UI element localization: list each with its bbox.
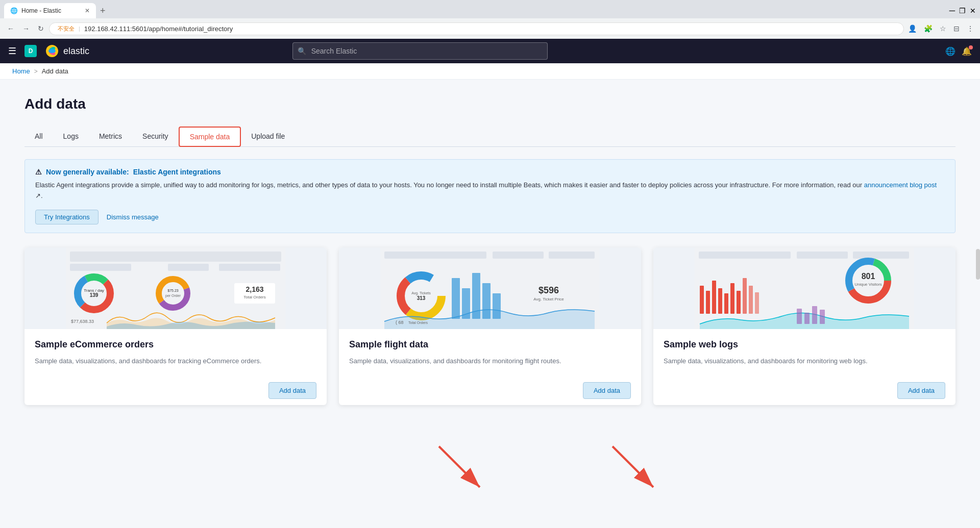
header-right-actions: 🌐 🔔 — [945, 46, 972, 56]
weblogs-card-preview: 801 Unique Visitors — [653, 247, 955, 329]
breadcrumb-current: Add data — [42, 67, 68, 75]
svg-rect-56 — [743, 278, 747, 314]
svg-rect-51 — [712, 281, 716, 314]
tab-upload-file[interactable]: Upload file — [241, 127, 295, 146]
ecommerce-card-title: Sample eCommerce orders — [35, 339, 316, 350]
search-icon: 🔍 — [298, 47, 306, 55]
svg-text:Total Orders: Total Orders — [408, 321, 428, 324]
breadcrumb-home[interactable]: Home — [12, 67, 30, 75]
svg-text:801: 801 — [862, 272, 875, 281]
svg-rect-43 — [853, 252, 909, 259]
scrollbar[interactable] — [976, 249, 980, 280]
svg-text:Avg. Ticket Price: Avg. Ticket Price — [533, 297, 564, 301]
banner-body: Elastic Agent integrations provide a sim… — [35, 180, 945, 202]
weblogs-preview-chart: 801 Unique Visitors — [653, 247, 955, 329]
ecommerce-add-data-button[interactable]: Add data — [268, 382, 316, 399]
tab-logs[interactable]: Logs — [53, 127, 89, 146]
dismiss-message-button[interactable]: Dismiss message — [107, 213, 159, 221]
svg-text:Unique Visitors: Unique Visitors — [854, 282, 882, 287]
notification-bell-button[interactable]: 🔔 — [962, 46, 972, 56]
minimize-button[interactable]: ─ — [949, 6, 955, 15]
globe-icon-button[interactable]: 🌐 — [945, 46, 955, 56]
tab-all[interactable]: All — [24, 127, 53, 146]
weblogs-card: 801 Unique Visitors — [653, 247, 955, 406]
tab-security[interactable]: Security — [132, 127, 179, 146]
address-bar[interactable]: 不安全 | 192.168.42.111:5601/app/home#/tuto… — [49, 22, 904, 35]
sidebar-browser-button[interactable]: ⊟ — [951, 22, 962, 35]
svg-rect-6 — [70, 264, 131, 271]
flight-card-desc: Sample data, visualizations, and dashboa… — [349, 356, 631, 366]
browser-tab-active[interactable]: 🌐 Home - Elastic ✕ — [4, 3, 96, 18]
security-warning: 不安全 — [58, 25, 75, 33]
search-input[interactable] — [292, 42, 548, 60]
svg-text:$75.23: $75.23 — [167, 289, 179, 292]
flight-add-data-button[interactable]: Add data — [583, 382, 631, 399]
refresh-button[interactable]: ↻ — [35, 22, 47, 35]
weblogs-card-desc: Sample data, visualizations, and dashboa… — [664, 356, 945, 366]
main-content: Add data All Logs Metrics Security Sampl… — [0, 80, 980, 528]
svg-rect-58 — [755, 292, 759, 314]
svg-rect-53 — [724, 293, 728, 314]
favorites-button[interactable]: ☆ — [938, 22, 948, 35]
cards-grid: Trans / day 139 $75.23 per Order 2,163 T… — [24, 247, 955, 406]
svg-rect-31 — [452, 278, 460, 319]
info-banner: ⚠ Now generally available: Elastic Agent… — [24, 159, 955, 233]
announcement-link[interactable]: announcement blog post — [864, 181, 937, 189]
weblogs-add-data-button[interactable]: Add data — [897, 382, 945, 399]
menu-button[interactable]: ⋮ — [965, 22, 976, 35]
new-tab-button[interactable]: + — [96, 6, 110, 16]
tab-sample-data[interactable]: Sample data — [179, 127, 241, 147]
try-integrations-button[interactable]: Try Integrations — [35, 210, 99, 224]
tab-favicon: 🌐 — [10, 7, 17, 14]
notification-dot — [969, 45, 973, 49]
banner-link-title[interactable]: Elastic Agent integrations — [133, 168, 221, 176]
flight-card-body: Sample flight data Sample data, visualiz… — [339, 329, 641, 376]
close-window-button[interactable]: ✕ — [970, 7, 976, 15]
svg-point-3 — [48, 49, 56, 53]
svg-rect-55 — [737, 291, 741, 314]
tab-close-button[interactable]: ✕ — [85, 7, 90, 14]
svg-rect-5 — [70, 252, 281, 262]
flight-preview-chart: Avg. Tickets 313 $596 Avg. Ticket Price — [339, 247, 641, 329]
app-name: elastic — [63, 46, 89, 57]
tab-title: Home - Elastic — [21, 7, 81, 14]
svg-rect-25 — [549, 252, 595, 259]
svg-rect-54 — [730, 283, 734, 314]
tab-navigation: All Logs Metrics Security Sample data Up… — [24, 127, 955, 147]
weblogs-card-title: Sample web logs — [664, 339, 945, 350]
breadcrumb-separator: > — [34, 68, 38, 75]
flight-card-footer: Add data — [339, 376, 641, 405]
svg-rect-49 — [700, 286, 704, 314]
url-text: 192.168.42.111:5601/app/home#/tutorial_d… — [84, 25, 233, 33]
banner-available-label: Now generally available: — [46, 168, 129, 176]
svg-rect-23 — [384, 252, 486, 259]
page-title: Add data — [24, 96, 955, 112]
extensions-button[interactable]: 🧩 — [922, 22, 935, 35]
tab-bar: 🌐 Home - Elastic ✕ + ─ ❐ ✕ — [0, 0, 980, 18]
tab-metrics[interactable]: Metrics — [89, 127, 132, 146]
weblogs-card-footer: Add data — [653, 376, 955, 405]
svg-text:$77,638.33: $77,638.33 — [71, 319, 94, 324]
window-controls: ─ ❐ ✕ — [949, 6, 976, 15]
svg-rect-52 — [718, 288, 722, 314]
svg-text:2,163: 2,163 — [246, 285, 263, 293]
svg-rect-60 — [804, 313, 810, 324]
user-avatar[interactable]: D — [24, 45, 37, 57]
hamburger-menu-button[interactable]: ☰ — [8, 45, 16, 57]
svg-rect-24 — [493, 252, 544, 259]
restore-button[interactable]: ❐ — [959, 7, 966, 15]
back-button[interactable]: ← — [4, 22, 17, 35]
svg-rect-62 — [820, 310, 825, 324]
search-wrapper: 🔍 — [292, 42, 548, 60]
svg-rect-50 — [706, 291, 710, 314]
profile-button[interactable]: 👤 — [906, 22, 919, 35]
svg-text:per Order: per Order — [165, 294, 181, 298]
ecommerce-card-preview: Trans / day 139 $75.23 per Order 2,163 T… — [24, 247, 327, 329]
ecommerce-card-footer: Add data — [24, 376, 327, 405]
svg-rect-7 — [168, 264, 209, 271]
ecommerce-card-body: Sample eCommerce orders Sample data, vis… — [24, 329, 327, 376]
flight-card-title: Sample flight data — [349, 339, 631, 350]
forward-button[interactable]: → — [19, 22, 33, 35]
svg-rect-57 — [749, 286, 753, 314]
svg-rect-42 — [797, 252, 848, 259]
